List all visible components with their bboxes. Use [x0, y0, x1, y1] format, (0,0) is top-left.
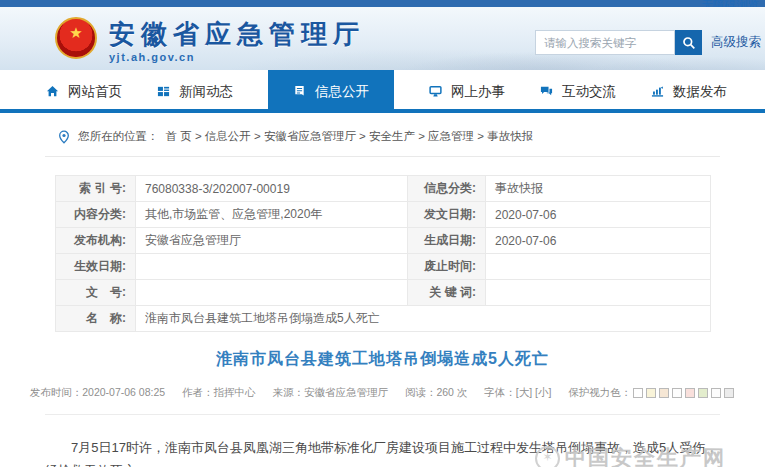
field-label: 发布机构:: [56, 228, 136, 254]
field-value: 2020-07-06: [486, 228, 711, 254]
field-value: 安徽省应急管理厅: [136, 228, 408, 254]
field-value: [136, 254, 408, 280]
field-value: 76080338-3/202007-00019: [136, 176, 408, 202]
top-strip: [0, 0, 765, 7]
document-icon: [293, 85, 306, 98]
search-button[interactable]: [675, 30, 702, 55]
search-icon: [682, 36, 696, 50]
article-paragraph: 7月5日17时许，淮南市凤台县凤凰湖三角地带标准化厂房建设项目施工过程中发生塔吊…: [45, 436, 720, 467]
table-row: 名 称: 淮南市凤台县建筑工地塔吊倒塌造成5人死亡: [56, 306, 711, 332]
nav-item-online-services[interactable]: 网上办事: [429, 72, 505, 111]
eye-protect-color-swatch[interactable]: [633, 388, 643, 398]
nav-item-data-release[interactable]: 数据发布: [651, 72, 727, 111]
page: 无障碍浏览 安徽省应急管理厅 yjt.ah.gov.cn 高级搜索: [0, 0, 765, 467]
nav-item-info-disclosure[interactable]: 信息公开: [268, 70, 394, 113]
advanced-search-link[interactable]: 高级搜索: [711, 34, 761, 51]
font-size-label: 字体：: [484, 386, 516, 398]
nav-item-interaction[interactable]: 互动交流: [540, 72, 616, 111]
document-info-table: 索 引 号: 76080338-3/202007-00019 信息分类: 事故快…: [55, 175, 711, 332]
author: 指挥中心: [214, 386, 256, 398]
nav-item-label: 数据发布: [673, 83, 727, 101]
eye-protect-color-swatch[interactable]: [698, 388, 708, 398]
table-row: 文 号: 关 键 词:: [56, 280, 711, 306]
author-label: 作者：: [182, 386, 214, 398]
field-label: 生效日期:: [56, 254, 136, 280]
nav-item-label: 网站首页: [68, 83, 122, 101]
publish-time: 2020-07-06 08:25: [82, 386, 165, 398]
field-label: 索 引 号:: [56, 176, 136, 202]
location-pin-icon: [57, 130, 71, 144]
font-smaller-button[interactable]: [小]: [535, 386, 551, 398]
search-input[interactable]: [535, 30, 675, 55]
main-nav: 网站首页 新闻动态 信息公开 网上办事 互动交流: [0, 70, 765, 113]
source-label: 来源：: [272, 386, 304, 398]
field-label: 信息分类:: [408, 176, 486, 202]
nav-item-news[interactable]: 新闻动态: [157, 72, 233, 111]
eye-protect-color-swatch[interactable]: [711, 388, 721, 398]
eye-protect-color-swatch[interactable]: [672, 388, 682, 398]
search-bar: 高级搜索: [535, 30, 761, 55]
field-label: 生成日期:: [408, 228, 486, 254]
table-row: 生效日期: 废止时间:: [56, 254, 711, 280]
field-label: 文 号:: [56, 280, 136, 306]
breadcrumb: 您所在的位置： 首 页 > 信息公开 > 安徽省应急管理厅 > 安全生产 > 应…: [45, 113, 720, 157]
eye-protect-color-swatch[interactable]: [646, 388, 656, 398]
article-body-wrap: 7月5日17时许，淮南市凤台县凤凰湖三角地带标准化厂房建设项目施工过程中发生塔吊…: [45, 436, 720, 467]
breadcrumb-path[interactable]: 首 页 > 信息公开 > 安徽省应急管理厅 > 安全生产 > 应急管理 > 事故…: [166, 129, 534, 144]
chat-icon: [540, 85, 553, 98]
field-value: [486, 280, 711, 306]
font-larger-button[interactable]: [大]: [516, 386, 532, 398]
field-label: 废止时间:: [408, 254, 486, 280]
field-value: 2020-07-06: [486, 202, 711, 228]
site-domain: yjt.ah.gov.cn: [109, 51, 365, 63]
publish-time-label: 发布时间：: [30, 386, 83, 398]
site-header: 安徽省应急管理厅 yjt.ah.gov.cn 高级搜索: [0, 7, 765, 70]
table-row: 发布机构: 安徽省应急管理厅 生成日期: 2020-07-06: [56, 228, 711, 254]
table-row: 内容分类: 其他,市场监管、应急管理,2020年 发文日期: 2020-07-0…: [56, 202, 711, 228]
eye-protect-label: 保护视力色：: [568, 386, 631, 398]
field-value: [136, 280, 408, 306]
eye-protect-color-swatch[interactable]: [724, 388, 734, 398]
nav-item-label: 新闻动态: [179, 83, 233, 101]
field-label: 内容分类:: [56, 202, 136, 228]
table-row: 索 引 号: 76080338-3/202007-00019 信息分类: 事故快…: [56, 176, 711, 202]
article-meta: 发布时间：2020-07-06 08:25 作者：指挥中心 来源：安徽省应急管理…: [0, 386, 765, 400]
field-value: 淮南市凤台县建筑工地塔吊倒塌造成5人死亡: [136, 306, 711, 332]
site-name: 安徽省应急管理厅: [109, 19, 365, 49]
field-label: 发文日期:: [408, 202, 486, 228]
breadcrumb-prefix: 您所在的位置：: [78, 129, 159, 144]
eye-protect-swatches: [631, 386, 735, 398]
field-label: 名 称:: [56, 306, 136, 332]
home-icon: [46, 85, 59, 98]
read-count: 260 次: [436, 386, 467, 398]
field-label: 关 键 词:: [408, 280, 486, 306]
chart-icon: [651, 85, 664, 98]
site-logo[interactable]: 安徽省应急管理厅 yjt.ah.gov.cn: [55, 17, 365, 63]
field-value: [486, 254, 711, 280]
nav-item-label: 互动交流: [562, 83, 616, 101]
field-value: 事故快报: [486, 176, 711, 202]
brand-text: 安徽省应急管理厅 yjt.ah.gov.cn: [109, 17, 365, 63]
content-divider: [45, 414, 720, 415]
field-value: 其他,市场监管、应急管理,2020年: [136, 202, 408, 228]
monitor-icon: [429, 85, 442, 98]
article-title: 淮南市凤台县建筑工地塔吊倒塌造成5人死亡: [0, 349, 765, 370]
read-count-label: 阅读：: [405, 386, 437, 398]
news-icon: [157, 85, 170, 98]
nav-item-label: 信息公开: [315, 83, 369, 101]
national-emblem-icon: [55, 17, 97, 59]
nav-item-home[interactable]: 网站首页: [46, 72, 122, 111]
nav-item-label: 网上办事: [451, 83, 505, 101]
eye-protect-color-swatch[interactable]: [685, 388, 695, 398]
source: 安徽省应急管理厅: [304, 386, 388, 398]
eye-protect-color-swatch[interactable]: [659, 388, 669, 398]
